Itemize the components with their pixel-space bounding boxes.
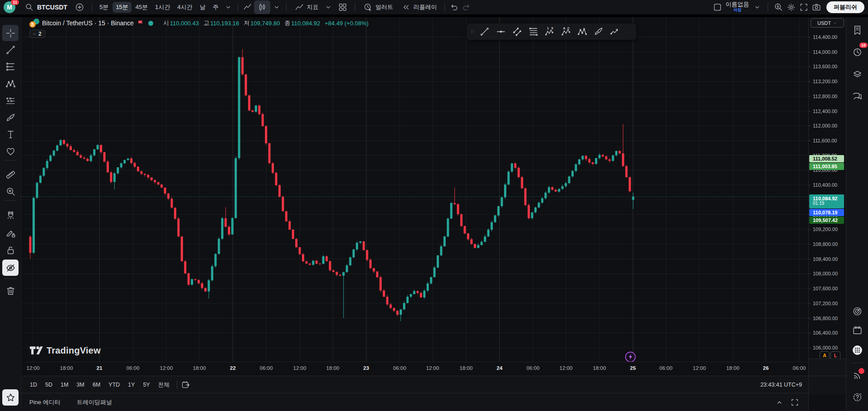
xabcd-pattern-tool-icon[interactable] <box>2 76 19 92</box>
trend-line-favorite-icon[interactable] <box>477 25 492 38</box>
legend-collapsed-indicators-button[interactable]: 2 <box>29 30 45 38</box>
chart-type-chevron-icon[interactable] <box>271 2 282 13</box>
range-1y[interactable]: 1Y <box>124 380 139 390</box>
chart-pane[interactable]: ₿ Bitcoin / TetherUS · 15 · Binance 시110… <box>21 17 808 362</box>
panel-maximize-icon[interactable] <box>789 397 800 408</box>
price-scale-currency-button[interactable]: USDT <box>811 18 844 28</box>
indicators-button[interactable]: 지표 <box>291 0 322 14</box>
watchlist-icon[interactable] <box>849 22 865 38</box>
range-all[interactable]: 전체 <box>154 379 174 391</box>
legend-title[interactable]: Bitcoin / TetherUS · 15 · Binance <box>42 19 134 27</box>
chart-legend[interactable]: ₿ Bitcoin / TetherUS · 15 · Binance 시110… <box>29 19 368 28</box>
tab-trading-panel[interactable]: 트레이딩패널 <box>77 397 112 408</box>
alerts-icon[interactable]: 10 <box>849 44 865 60</box>
publish-button[interactable]: 퍼블리쉬 <box>826 1 864 13</box>
interval-45m[interactable]: 45분 <box>132 2 151 13</box>
chat-icon[interactable] <box>849 88 865 104</box>
alert-button[interactable]: 얼러트 <box>359 0 396 14</box>
range-5d[interactable]: 5D <box>41 380 57 390</box>
red-flag-icon[interactable] <box>137 19 145 27</box>
layout-name-menu[interactable]: 이름없음 저장 <box>725 2 750 13</box>
line-chart-icon[interactable] <box>242 2 253 13</box>
text-tool-icon[interactable] <box>2 126 19 142</box>
interval-15m[interactable]: 15분 <box>113 2 131 13</box>
time-axis[interactable]: 12:0018:002106:0012:0018:002206:0012:001… <box>21 362 808 376</box>
drawing-lock-tool-icon[interactable] <box>2 225 19 241</box>
replay-button[interactable]: 리플레이 <box>397 0 440 14</box>
interval-1h[interactable]: 1시간 <box>152 2 173 13</box>
fib-retracement-tool-icon[interactable] <box>2 58 19 75</box>
forecast-tool-icon[interactable] <box>2 92 19 109</box>
abcd-pattern-favorite-icon[interactable]: AC <box>558 25 574 38</box>
layout-chevron-icon[interactable] <box>752 2 763 13</box>
layout-square-icon[interactable] <box>712 2 723 13</box>
price-axis[interactable]: USDT A L 114,400.00114,000.00113,600.001… <box>808 17 846 411</box>
candle <box>191 279 193 286</box>
candle <box>130 157 132 164</box>
session-clock[interactable]: 23:43:41 UTC+9 <box>760 382 802 388</box>
interval-1w[interactable]: 주 <box>210 2 222 13</box>
market-status-dot[interactable] <box>148 21 153 26</box>
price-label[interactable]: 111,003.85 <box>809 163 844 170</box>
apps-grid-icon[interactable] <box>849 342 865 358</box>
grid-layout-icon[interactable] <box>337 2 348 13</box>
indicators-chevron-icon[interactable] <box>323 2 334 13</box>
gear-icon[interactable] <box>786 2 797 13</box>
zoom-in-tool-icon[interactable] <box>2 183 19 199</box>
interval-1d[interactable]: 날 <box>197 2 209 13</box>
lightning-boost-button[interactable] <box>624 351 637 362</box>
redo-icon[interactable] <box>461 2 472 13</box>
favorites-star-tool-icon[interactable] <box>2 389 19 406</box>
crosshair-tool-icon[interactable] <box>2 25 19 41</box>
time-label: 18:00 <box>460 365 473 371</box>
range-6m[interactable]: 6M <box>89 380 104 390</box>
interval-menu-chevron-icon[interactable] <box>223 2 234 13</box>
symbol-search-button[interactable]: BTCUSDT <box>21 0 71 14</box>
tab-pine-editor[interactable]: Pine 에디터 <box>29 397 61 408</box>
fullscreen-icon[interactable] <box>798 2 809 13</box>
ruler-tool-icon[interactable] <box>2 166 19 183</box>
interval-4h[interactable]: 4시간 <box>174 2 195 13</box>
elliott-wave-favorite-icon[interactable]: 15 <box>542 25 557 38</box>
user-avatar[interactable]: M 11 <box>4 1 15 13</box>
chart-canvas[interactable] <box>21 17 808 362</box>
range-1d[interactable]: 1D <box>26 380 41 390</box>
compare-add-icon[interactable] <box>74 2 85 13</box>
goto-date-icon[interactable] <box>180 379 191 390</box>
brush-tool-icon[interactable] <box>2 109 19 126</box>
panel-expand-chevron-icon[interactable] <box>774 397 785 408</box>
magnet-tool-icon[interactable] <box>2 207 19 223</box>
fib-retracement-favorite-icon[interactable] <box>526 25 541 38</box>
emoji-heart-tool-icon[interactable] <box>2 143 19 159</box>
range-ytd[interactable]: YTD <box>104 380 124 390</box>
broadcast-icon[interactable] <box>849 367 865 383</box>
trend-line-tool-icon[interactable] <box>2 42 19 58</box>
xabcd-pattern-favorite-icon[interactable] <box>575 25 590 38</box>
flash-search-icon[interactable] <box>773 2 784 13</box>
price-label[interactable]: 110,078.19 <box>809 209 844 216</box>
trend-arrow-favorite-icon[interactable] <box>607 25 623 38</box>
camera-icon[interactable] <box>811 2 822 13</box>
screener-icon[interactable] <box>849 303 865 319</box>
interval-5m[interactable]: 5분 <box>96 2 112 13</box>
chart-type-candles-button[interactable] <box>254 0 270 14</box>
calendar-icon[interactable] <box>849 322 865 338</box>
drag-handle-icon[interactable] <box>469 25 476 38</box>
lock-all-tool-icon[interactable] <box>2 242 19 258</box>
save-label[interactable]: 저장 <box>733 7 741 13</box>
price-label[interactable]: 111,008.52 <box>809 155 844 162</box>
range-3m[interactable]: 3M <box>72 380 88 390</box>
parallel-channel-favorite-icon[interactable] <box>509 25 525 38</box>
help-icon[interactable] <box>849 389 865 405</box>
object-tree-icon[interactable] <box>849 66 865 82</box>
range-1m[interactable]: 1M <box>57 380 72 390</box>
alert-clock-icon <box>363 2 373 13</box>
brush-favorite-icon[interactable] <box>591 25 606 38</box>
price-label[interactable]: 110,084.9201:19 <box>809 194 844 208</box>
trash-tool-icon[interactable] <box>2 283 19 299</box>
price-label[interactable]: 109,507.42 <box>809 217 844 224</box>
undo-icon[interactable] <box>449 2 460 13</box>
hide-drawings-tool-icon[interactable] <box>2 260 19 276</box>
range-5y[interactable]: 5Y <box>139 380 154 390</box>
horizontal-line-favorite-icon[interactable] <box>493 25 509 38</box>
